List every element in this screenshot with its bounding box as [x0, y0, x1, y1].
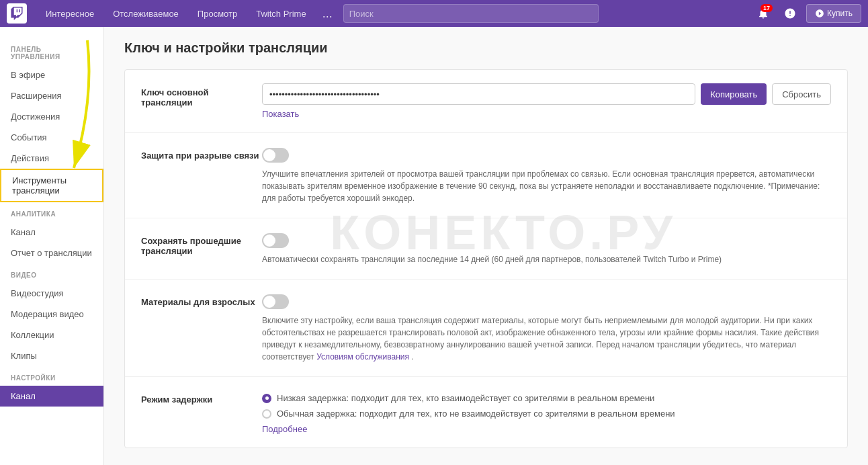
nav-interesting[interactable]: Интересное [38, 0, 102, 27]
delay-low-option[interactable]: Низкая задержка: подходит для тех, кто в… [262, 393, 831, 403]
sidebar-item-stream-report[interactable]: Отчет о трансляции [0, 243, 103, 263]
delay-mode-radio-group: Низкая задержка: подходит для тех, кто в… [262, 393, 831, 419]
sidebar-item-actions[interactable]: Действия [0, 148, 103, 169]
reset-key-button[interactable]: Сбросить [772, 83, 831, 105]
connection-protection-toggle[interactable] [262, 148, 289, 163]
sidebar-item-stream-tools[interactable]: Инструменты трансляции [0, 169, 103, 202]
buy-button[interactable]: Купить [806, 4, 861, 23]
sidebar-section-video: ВИДЕО [0, 263, 103, 283]
mature-content-content: Включите эту настройку, если ваша трансл… [262, 293, 831, 363]
mature-content-description-end: . [411, 352, 413, 362]
delay-normal-option[interactable]: Обычная задержка: подходит для тех, кто … [262, 409, 831, 419]
sidebar-item-video-studio[interactable]: Видеостудия [0, 283, 103, 304]
delay-low-label: Низкая задержка: подходит для тех, кто в… [277, 393, 654, 403]
settings-card: Ключ основной трансляции Копировать Сбро… [124, 69, 848, 448]
nav-more[interactable]: ... [317, 7, 338, 21]
main-content: Ключ и настройки трансляции Ключ основно… [104, 27, 868, 465]
delay-normal-label: Обычная задержка: подходит для тех, кто … [277, 409, 675, 419]
copy-key-button[interactable]: Копировать [701, 83, 767, 105]
connection-protection-label: Защита при разрыве связи [141, 146, 262, 161]
sidebar-item-video-moderation[interactable]: Модерация видео [0, 304, 103, 325]
save-vods-toggle[interactable] [262, 233, 289, 248]
page-title: Ключ и настройки трансляции [124, 40, 848, 56]
connection-protection-toggle-row [262, 146, 831, 163]
sidebar-section-settings: НАСТРОЙКИ [0, 366, 103, 386]
delay-low-radio[interactable] [262, 394, 271, 403]
notification-badge: 17 [761, 4, 773, 12]
sidebar-section-analytics: АНАЛИТИКА [0, 202, 103, 222]
stream-key-content: Копировать Сбросить Показать [262, 83, 831, 119]
nav-following[interactable]: Отслеживаемое [105, 0, 187, 27]
save-vods-description: Автоматически сохранять трансляции за по… [262, 253, 831, 265]
page-wrapper: ПАНЕЛЬ УПРАВЛЕНИЯ В эфире Расширения Дос… [0, 27, 868, 465]
top-navigation: Интересное Отслеживаемое Просмотр Twitch… [0, 0, 868, 27]
alerts-button[interactable] [779, 3, 801, 24]
notifications-button[interactable]: 17 [752, 3, 774, 24]
delay-mode-label: Режим задержки [141, 390, 262, 405]
search-box[interactable] [343, 4, 599, 23]
mature-content-toggle[interactable] [262, 294, 289, 309]
delay-mode-content: Низкая задержка: подходит для тех, кто в… [262, 390, 831, 434]
connection-protection-content: Улучшите впечатления зрителей от просмот… [262, 146, 831, 204]
mature-content-row: Материалы для взрослых Включите эту наст… [125, 280, 847, 377]
mature-content-label: Материалы для взрослых [141, 293, 262, 307]
sidebar-item-channel-analytics[interactable]: Канал [0, 222, 103, 243]
terms-link[interactable]: Условиям обслуживания [316, 352, 409, 362]
search-input[interactable] [349, 9, 593, 19]
sidebar-item-achievements[interactable]: Достижения [0, 106, 103, 127]
show-key-link[interactable]: Показать [262, 109, 299, 119]
sidebar-item-collections[interactable]: Коллекции [0, 325, 103, 345]
stream-key-row: Ключ основной трансляции Копировать Сбро… [125, 70, 847, 133]
nav-links: Интересное Отслеживаемое Просмотр Twitch… [38, 0, 338, 27]
save-vods-row: Сохранять прошедшие трансляции Автоматич… [125, 218, 847, 280]
save-vods-label: Сохранять прошедшие трансляции [141, 232, 262, 256]
sidebar-item-channel-settings[interactable]: Канал [0, 386, 103, 407]
delay-mode-row: Режим задержки Низкая задержка: подходит… [125, 377, 847, 448]
stream-key-label: Ключ основной трансляции [141, 83, 262, 108]
save-vods-content: Автоматически сохранять трансляции за по… [262, 232, 831, 265]
sidebar: ПАНЕЛЬ УПРАВЛЕНИЯ В эфире Расширения Дос… [0, 27, 104, 465]
sidebar-item-events[interactable]: События [0, 127, 103, 148]
nav-browse[interactable]: Просмотр [189, 0, 245, 27]
connection-protection-description: Улучшите впечатления зрителей от просмот… [262, 168, 831, 204]
nav-right: 17 Купить [752, 3, 861, 24]
nav-twitch-prime[interactable]: Twitch Prime [248, 0, 314, 27]
delay-normal-radio[interactable] [262, 409, 271, 419]
buy-label: Купить [827, 9, 853, 18]
key-input-row: Копировать Сбросить [262, 83, 831, 105]
delay-more-link[interactable]: Подробнее [262, 424, 307, 434]
stream-key-input[interactable] [262, 83, 695, 105]
twitch-logo[interactable] [7, 3, 27, 24]
mature-content-toggle-row [262, 293, 831, 309]
sidebar-section-dashboard: ПАНЕЛЬ УПРАВЛЕНИЯ [0, 38, 103, 65]
save-vods-toggle-row [262, 232, 831, 248]
sidebar-item-live[interactable]: В эфире [0, 65, 103, 85]
sidebar-item-clips[interactable]: Клипы [0, 345, 103, 366]
connection-protection-row: Защита при разрыве связи Улучшите впечат… [125, 133, 847, 218]
mature-content-description: Включите эту настройку, если ваша трансл… [262, 314, 831, 363]
sidebar-item-extensions[interactable]: Расширения [0, 85, 103, 106]
